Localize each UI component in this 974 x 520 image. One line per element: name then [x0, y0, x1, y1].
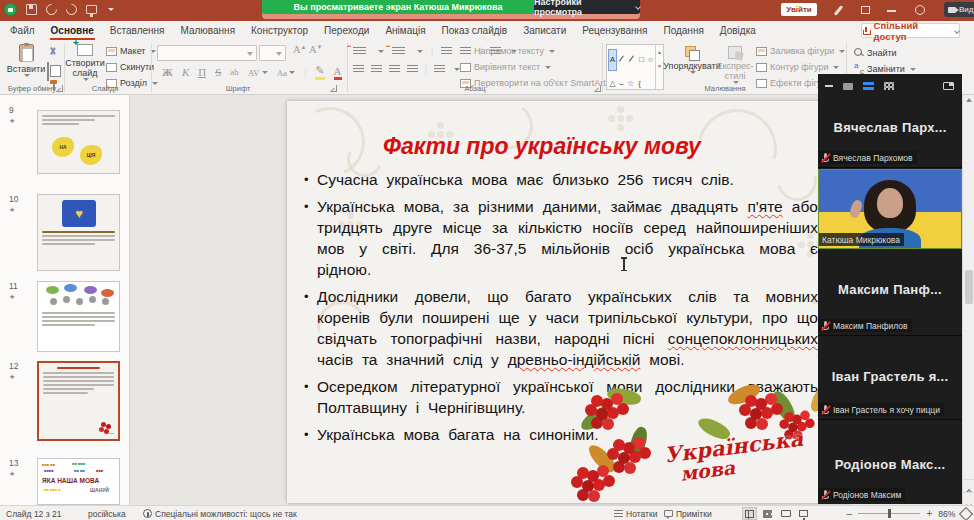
align-text-button[interactable]: Вирівняти текст — [460, 62, 551, 72]
tab-home[interactable]: Основне — [43, 21, 102, 40]
highlight-color-button[interactable]: ✎ — [315, 64, 324, 80]
slide-thumbnail-10[interactable]: ♥ — [37, 194, 120, 271]
minimize-panel-icon[interactable] — [825, 85, 833, 87]
justify-icon[interactable] — [407, 65, 418, 74]
shape-brace-icon[interactable]: { — [635, 74, 644, 94]
meeting-view-button[interactable]: Вид — [944, 2, 974, 17]
zoom-in-button[interactable]: + — [926, 507, 932, 520]
sign-in-button[interactable]: Увійти — [781, 3, 817, 16]
scrollbar-thumb[interactable] — [965, 270, 973, 304]
tab-record[interactable]: Записати — [515, 21, 574, 40]
slideshow-view-button[interactable] — [796, 507, 811, 520]
shape-arrow-icon[interactable] — [629, 55, 634, 61]
redo-icon[interactable] — [64, 2, 80, 18]
strikethrough-button[interactable]: S — [215, 66, 221, 78]
font-dialog-launcher-icon[interactable] — [330, 85, 337, 92]
underline-button[interactable]: П — [198, 66, 206, 78]
slide-thumbnail-9[interactable]: НА ЦІЯ — [37, 110, 120, 174]
shape-rectangle-icon[interactable]: □ — [637, 50, 646, 70]
tab-insert[interactable]: Вставлення — [102, 21, 173, 40]
shape-outline-button[interactable]: Контур фігури — [756, 62, 839, 72]
tab-design[interactable]: Конструктор — [243, 21, 316, 40]
layout-button[interactable]: Макет — [106, 46, 156, 56]
fit-slide-to-window-icon[interactable] — [959, 506, 973, 520]
participant-video-tile-active-speaker[interactable]: Катюша Микрюкова — [818, 169, 962, 249]
next-slide-button[interactable] — [963, 492, 974, 505]
font-color-button[interactable]: А — [334, 65, 342, 80]
shape-line-icon[interactable] — [619, 55, 624, 61]
align-center-icon[interactable] — [371, 65, 382, 74]
minimize-window-icon[interactable] — [887, 10, 896, 12]
vertical-scrollbar[interactable] — [962, 95, 974, 505]
slide-12[interactable]: Факти про українську мову Сучасна україн… — [287, 101, 851, 503]
participant-tile[interactable]: Родіонов Макс... Родіонов Максим — [818, 421, 962, 504]
slide-sorter-view-button[interactable] — [760, 507, 775, 520]
language-indicator[interactable]: російська — [88, 506, 126, 520]
font-name-combo[interactable] — [157, 45, 257, 61]
paste-button[interactable]: Вставити — [6, 44, 46, 77]
tab-animations[interactable]: Анімація — [377, 21, 433, 40]
arrange-button[interactable]: Упорядкувати — [668, 46, 716, 74]
gallery-view-icon[interactable] — [884, 82, 894, 90]
quick-styles-button[interactable]: Експрес-стилі — [718, 46, 752, 84]
shape-triangle-icon[interactable]: △ — [608, 74, 617, 94]
tab-help[interactable]: Довідка — [712, 21, 764, 40]
tab-view[interactable]: Подання — [655, 21, 711, 40]
replace-button[interactable]: Замінити — [854, 64, 916, 74]
shapes-gallery-scrollbar[interactable]: ▲▼ — [655, 45, 663, 89]
zoom-out-button[interactable]: − — [846, 507, 852, 520]
slide-thumbnail-13[interactable]: ■■■ ■■ ■■ ■■■ ■■■■ ■■ ■■ ■■■ ЯКА НАША МО… — [37, 458, 120, 505]
copy-icon[interactable] — [47, 62, 49, 81]
shape-oval-icon[interactable]: ○ — [646, 50, 655, 70]
shape-fill-button[interactable]: Заливка фігури — [756, 46, 845, 56]
reset-button[interactable]: Скинути — [106, 62, 154, 72]
shape-textbox-icon[interactable]: A — [608, 49, 617, 71]
record-icon[interactable] — [915, 5, 925, 15]
zoom-slider-thumb[interactable] — [888, 509, 891, 518]
panel-layout-icon[interactable] — [943, 82, 954, 90]
shape-curve-icon[interactable]: ⌣ — [617, 74, 626, 94]
share-button[interactable]: Спільний доступ — [861, 23, 960, 38]
decrease-indent-icon[interactable] — [441, 47, 452, 56]
notes-button[interactable]: Нотатки — [614, 506, 657, 520]
speaker-view-icon[interactable] — [843, 83, 853, 90]
shapes-gallery[interactable]: A□○ △⌣☆{ ▲▼ — [606, 44, 664, 90]
subscript-button[interactable]: ab — [230, 67, 239, 77]
slide-thumbnail-12-current[interactable]: ~~ — [37, 361, 120, 441]
numbered-list-icon[interactable] — [392, 47, 405, 56]
tab-transitions[interactable]: Переходи — [316, 21, 377, 40]
font-size-combo[interactable] — [259, 45, 286, 61]
participant-tile[interactable]: Іван Грастель я... Іван Грастель я хочу … — [818, 337, 962, 420]
align-left-icon[interactable] — [353, 65, 364, 74]
view-settings-button[interactable]: Настройки просмотра — [534, 0, 640, 14]
columns-icon[interactable] — [434, 65, 445, 74]
tab-slideshow[interactable]: Показ слайдів — [434, 21, 516, 40]
bold-button[interactable]: Ж — [162, 66, 173, 78]
change-case-button[interactable]: Aa — [277, 66, 296, 78]
scroll-up-icon[interactable] — [966, 98, 972, 102]
accessibility-status[interactable]: Спеціальні можливості: щось не так — [143, 506, 297, 520]
tab-review[interactable]: Рецензування — [574, 21, 655, 40]
slide-title[interactable]: Факти про українську мову — [307, 133, 777, 160]
comments-button[interactable]: Примітки — [664, 506, 712, 520]
normal-view-button[interactable] — [742, 507, 757, 520]
customize-qat-chevron-icon[interactable] — [108, 8, 114, 11]
ink-pen-icon[interactable] — [832, 5, 844, 17]
reading-view-button[interactable] — [778, 507, 793, 520]
tab-file[interactable]: Файл — [2, 21, 43, 40]
new-slide-button[interactable]: Створити слайд — [66, 44, 104, 81]
zoom-slider[interactable] — [858, 513, 920, 515]
paragraph-dialog-launcher-icon[interactable] — [594, 85, 601, 92]
previous-slide-button[interactable] — [963, 479, 974, 492]
slideshow-from-start-icon[interactable] — [86, 5, 97, 14]
participant-tile[interactable]: Вячеслав Парх... Вячеслав Пархомов — [818, 98, 962, 168]
tab-draw[interactable]: Малювання — [172, 21, 243, 40]
strip-view-icon[interactable] — [863, 82, 874, 90]
slide-thumbnail-11[interactable] — [37, 281, 120, 352]
restore-window-icon[interactable] — [861, 6, 870, 14]
find-button[interactable]: Знайти — [854, 48, 897, 58]
bullet-list-icon[interactable] — [353, 47, 366, 56]
undo-icon[interactable] — [44, 2, 60, 18]
text-direction-button[interactable]: Напрямок тексту — [460, 46, 555, 56]
italic-button[interactable]: К — [182, 66, 189, 78]
